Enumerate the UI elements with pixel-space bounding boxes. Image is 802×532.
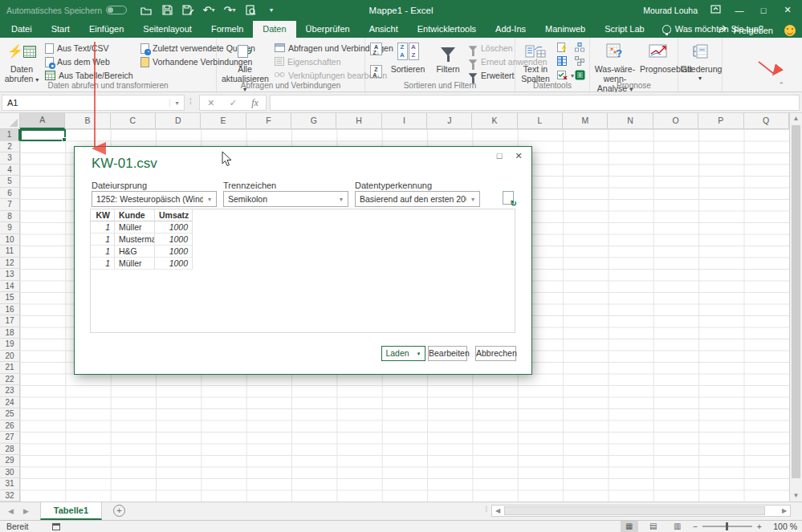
tab-einfügen[interactable]: Einfügen: [79, 21, 133, 38]
remove-duplicates-button[interactable]: [557, 55, 567, 68]
column-header-L[interactable]: L: [518, 113, 563, 129]
edit-button[interactable]: Bearbeiten: [428, 346, 467, 361]
zoom-slider[interactable]: [702, 526, 752, 527]
insert-function-icon[interactable]: fx: [251, 97, 259, 109]
open-icon[interactable]: [140, 4, 153, 17]
column-header-N[interactable]: N: [608, 113, 653, 129]
row-header-11[interactable]: 11: [0, 246, 20, 258]
selected-cell-a1[interactable]: [20, 129, 66, 141]
sort-az-button[interactable]: AZ↓: [370, 43, 382, 55]
file-origin-select[interactable]: 1252: Westeuropäisch (Windows)▾: [92, 191, 217, 207]
scroll-right-icon[interactable]: ▶: [779, 506, 790, 516]
dialog-close-button[interactable]: ✕: [512, 151, 525, 161]
tab-ansicht[interactable]: Ansicht: [360, 21, 408, 38]
name-box[interactable]: A1 ▾: [2, 95, 185, 111]
collapse-ribbon-icon[interactable]: ⌃: [778, 81, 784, 89]
horizontal-scroll-thumb[interactable]: [504, 506, 765, 515]
row-header-1[interactable]: 1: [0, 129, 20, 141]
scroll-up-icon[interactable]: ▲: [790, 113, 802, 124]
confirm-entry-icon[interactable]: ✓: [230, 98, 237, 108]
tab-start[interactable]: Start: [42, 21, 79, 38]
row-header-4[interactable]: 4: [0, 164, 20, 177]
page-break-view-button[interactable]: ▥: [669, 521, 686, 532]
row-header-5[interactable]: 5: [0, 176, 20, 188]
from-web-button[interactable]: ●Aus dem Web: [45, 55, 110, 68]
from-text-csv-button[interactable]: Aus Text/CSV: [45, 42, 109, 55]
row-header-6[interactable]: 6: [0, 188, 20, 200]
tab-seitenlayout[interactable]: Seitenlayout: [133, 21, 202, 38]
advanced-filter-button[interactable]: Erweitert: [468, 69, 514, 82]
column-header-E[interactable]: E: [201, 113, 246, 129]
filter-button[interactable]: Filtern: [431, 40, 465, 74]
row-header-15[interactable]: 15: [0, 292, 20, 304]
datatype-detection-select[interactable]: Basierend auf den ersten 200 Zeilen▾: [355, 191, 480, 207]
zoom-in-button[interactable]: +: [757, 522, 762, 531]
cancel-button[interactable]: Abbrechen: [475, 346, 516, 361]
autosave-control[interactable]: Automatisches Speichern: [6, 6, 127, 15]
tab-script-lab[interactable]: Script Lab: [595, 21, 654, 38]
row-header-32[interactable]: 32: [0, 490, 20, 502]
sheet-nav-left-icon[interactable]: ◀: [8, 507, 14, 515]
close-button[interactable]: ✕: [781, 5, 794, 15]
column-header-P[interactable]: P: [698, 113, 743, 129]
vertical-scroll-thumb[interactable]: [792, 125, 800, 478]
dialog-maximize-button[interactable]: □: [493, 151, 506, 160]
row-header-8[interactable]: 8: [0, 211, 20, 223]
tab-überprüfen[interactable]: Überprüfen: [296, 21, 360, 38]
get-data-button[interactable]: ⚡ Daten abrufen ▾: [3, 40, 40, 85]
relationships-button[interactable]: [575, 55, 584, 68]
minimize-button[interactable]: —: [733, 6, 746, 15]
row-header-21[interactable]: 21: [0, 362, 20, 374]
refresh-preview-icon[interactable]: [503, 191, 514, 205]
row-header-25[interactable]: 25: [0, 408, 20, 420]
column-header-H[interactable]: H: [336, 113, 381, 129]
scroll-left-icon[interactable]: ◀: [492, 506, 503, 516]
data-validation-button[interactable]: ▾: [557, 69, 574, 82]
column-header-F[interactable]: F: [246, 113, 291, 129]
tab-daten[interactable]: Daten: [253, 21, 295, 38]
column-header-C[interactable]: C: [111, 113, 156, 129]
tab-formeln[interactable]: Formeln: [202, 21, 253, 38]
row-header-12[interactable]: 12: [0, 258, 20, 270]
flash-fill-button[interactable]: [557, 42, 568, 55]
redo-icon[interactable]: ↷▾: [223, 4, 236, 17]
save-as-icon[interactable]: [181, 4, 194, 17]
zoom-slider-handle[interactable]: [726, 522, 728, 530]
column-header-G[interactable]: G: [291, 113, 336, 129]
cancel-entry-icon[interactable]: ✕: [207, 98, 214, 108]
row-header-20[interactable]: 20: [0, 351, 20, 363]
delimiter-select[interactable]: Semikolon▾: [223, 191, 348, 207]
column-header-B[interactable]: B: [65, 113, 110, 129]
column-header-D[interactable]: D: [156, 113, 201, 129]
row-header-28[interactable]: 28: [0, 444, 20, 456]
add-sheet-button[interactable]: +: [113, 505, 125, 517]
print-preview-icon[interactable]: [244, 4, 257, 17]
formula-input[interactable]: [270, 95, 800, 111]
row-header-27[interactable]: 27: [0, 432, 20, 444]
sheet-nav-right-icon[interactable]: ▶: [23, 507, 29, 515]
autosave-toggle[interactable]: [106, 6, 127, 14]
row-header-31[interactable]: 31: [0, 478, 20, 490]
row-header-13[interactable]: 13: [0, 269, 20, 281]
tab-datei[interactable]: Datei: [2, 21, 42, 38]
maximize-button[interactable]: □: [757, 6, 770, 15]
undo-icon[interactable]: ↶▾: [202, 4, 215, 17]
sort-za-button[interactable]: ZA↓: [370, 65, 382, 78]
feedback-smiley-icon[interactable]: [784, 25, 796, 36]
row-header-9[interactable]: 9: [0, 222, 20, 234]
tab-maninweb[interactable]: Maninweb: [535, 21, 595, 38]
zoom-out-button[interactable]: −: [693, 522, 698, 531]
formula-bar-splitter[interactable]: ⁞: [189, 97, 191, 106]
sort-button[interactable]: ZAAZ Sortieren: [388, 40, 428, 74]
tab-scroll-splitter[interactable]: ⁞: [485, 506, 487, 514]
column-header-Q[interactable]: Q: [744, 113, 789, 129]
user-name[interactable]: Mourad Louha: [643, 6, 698, 15]
from-table-range-button[interactable]: Aus Tabelle/Bereich: [45, 69, 133, 82]
column-header-K[interactable]: K: [472, 113, 517, 129]
tab-add-ins[interactable]: Add-Ins: [486, 21, 535, 38]
sheet-tab-tabelle1[interactable]: Tabelle1: [40, 502, 102, 520]
load-split-dropdown-icon[interactable]: ▾: [413, 346, 425, 361]
name-box-dropdown-icon[interactable]: ▾: [169, 99, 184, 107]
row-header-17[interactable]: 17: [0, 315, 20, 327]
row-header-26[interactable]: 26: [0, 420, 20, 433]
